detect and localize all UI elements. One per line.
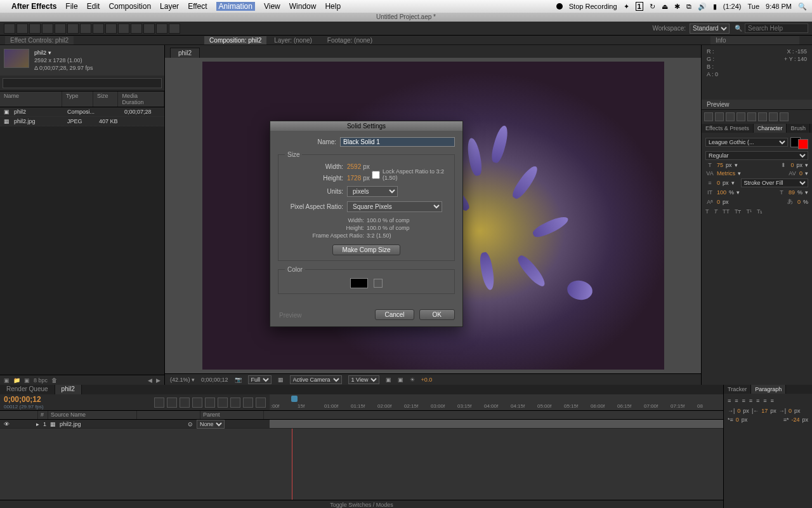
parent-pick-icon[interactable]: ⊙	[188, 421, 193, 427]
cancel-button[interactable]: Cancel	[375, 309, 414, 320]
workspace-select[interactable]: Standard	[690, 23, 730, 34]
color-swatch[interactable]	[350, 278, 368, 288]
eject-icon[interactable]: ⏏	[662, 3, 668, 11]
col-name[interactable]: Name	[0, 91, 62, 107]
ok-button[interactable]: OK	[419, 309, 455, 320]
hand-tool[interactable]	[16, 23, 28, 34]
bold-icon[interactable]: T	[705, 208, 709, 215]
layer-tab[interactable]: Layer: (none)	[274, 37, 311, 44]
justify-icon[interactable]: ≡	[756, 398, 759, 404]
menu-layer[interactable]: Layer	[160, 2, 179, 11]
project-thumbnail[interactable]	[4, 49, 29, 68]
font-style-select[interactable]: Regular	[705, 151, 808, 160]
units-select[interactable]: pixels	[347, 186, 398, 197]
camera-tool[interactable]	[55, 23, 66, 34]
effect-controls-tab[interactable]: Effect Controls: phil2	[5, 36, 74, 44]
vscale[interactable]: 100	[717, 189, 726, 196]
sync-icon[interactable]: ↻	[650, 3, 655, 11]
resolution-select[interactable]: Full	[248, 375, 272, 384]
bluetooth-icon[interactable]: ✱	[674, 3, 680, 11]
view-opt-icon[interactable]: ▣	[386, 377, 391, 383]
timeline-layer-row[interactable]: 👁 ▸ 1 ▦ phil2.jpg ⊙ None	[0, 420, 723, 429]
col-size[interactable]: Size	[93, 91, 118, 107]
rotate-tool[interactable]	[42, 23, 53, 34]
viewer-timecode[interactable]: 0;00;00;12	[201, 377, 228, 383]
width-value[interactable]: 2592	[347, 163, 361, 170]
comp-new-icon[interactable]: ▣	[24, 377, 30, 384]
wifi-icon[interactable]: ⧉	[686, 3, 691, 11]
timeline-comp-tab[interactable]: phil2	[55, 385, 82, 394]
col-media[interactable]: Media Duration	[118, 91, 164, 107]
ram-preview-icon[interactable]	[780, 112, 789, 121]
menu-effect[interactable]: Effect	[188, 2, 207, 11]
align-right-icon[interactable]: ≡	[742, 398, 745, 404]
footage-tab[interactable]: Footage: (none)	[327, 37, 372, 44]
align-center-icon[interactable]: ≡	[735, 398, 738, 404]
brush-tool[interactable]	[118, 23, 129, 34]
timeline-body[interactable]	[0, 429, 723, 500]
status-icon[interactable]: 1	[636, 2, 643, 11]
current-timecode[interactable]: 0;00;00;12	[4, 395, 44, 404]
justify-icon[interactable]: ≡	[749, 398, 752, 404]
scroll-right-icon[interactable]: ▶	[156, 377, 160, 384]
playhead[interactable]	[292, 429, 292, 500]
menu-help[interactable]: Help	[325, 2, 341, 11]
par-select[interactable]: Square Pixels	[347, 201, 442, 212]
project-search[interactable]	[3, 78, 162, 88]
allcaps-icon[interactable]: TT	[723, 208, 730, 215]
effects-presets-tab[interactable]: Effects & Presets	[702, 124, 754, 133]
tl-btn[interactable]	[218, 398, 228, 408]
tl-btn[interactable]	[192, 398, 202, 408]
font-select[interactable]: League Gothic (...	[705, 138, 788, 147]
render-queue-tab[interactable]: Render Queue	[0, 385, 55, 394]
composition-tab[interactable]: Composition: phil2	[204, 36, 266, 44]
col-parent[interactable]: Parent	[200, 411, 264, 419]
roto-tool[interactable]	[156, 23, 167, 34]
parent-select[interactable]: None	[197, 420, 225, 429]
tl-btn[interactable]	[205, 398, 215, 408]
menu-view[interactable]: View	[264, 2, 280, 11]
project-row[interactable]: ▦ phil2.jpg JPEG 407 KB	[0, 117, 164, 126]
stroke-swatch[interactable]	[798, 139, 808, 149]
zoom-tool[interactable]	[29, 23, 41, 34]
preview-title[interactable]: Preview	[702, 100, 812, 110]
spotlight-icon[interactable]: 🔍	[798, 3, 807, 11]
next-frame-icon[interactable]	[737, 112, 745, 121]
leading[interactable]: 0	[790, 162, 794, 168]
eraser-tool[interactable]	[143, 23, 155, 34]
superscript-icon[interactable]: T¹	[747, 208, 752, 215]
first-frame-icon[interactable]	[704, 112, 713, 121]
bpc-label[interactable]: 8 bpc	[34, 377, 48, 384]
play-icon[interactable]	[726, 112, 735, 121]
subscript-icon[interactable]: T₁	[757, 208, 763, 215]
view-opt-icon[interactable]: ▣	[398, 377, 403, 383]
volume-icon[interactable]: 🔊	[698, 3, 707, 11]
tl-btn[interactable]	[167, 398, 177, 408]
baseline[interactable]: 0	[717, 199, 720, 205]
battery-icon[interactable]: ▮	[713, 3, 717, 11]
zoom-select[interactable]: (42.1%) ▾	[170, 377, 195, 383]
height-value[interactable]: 1728	[347, 175, 361, 182]
exposure-icon[interactable]: ☀	[410, 377, 415, 383]
stop-recording[interactable]: Stop Recording	[569, 3, 617, 10]
menu-composition[interactable]: Composition	[108, 2, 151, 11]
solid-name-input[interactable]	[340, 137, 455, 147]
justify-icon[interactable]: ≡	[771, 398, 774, 404]
character-tab[interactable]: Character	[754, 124, 787, 133]
prev-frame-icon[interactable]	[715, 112, 724, 121]
menu-window[interactable]: Window	[289, 2, 317, 11]
folder-icon[interactable]: 📁	[13, 377, 20, 384]
info-tab[interactable]: Info	[710, 36, 799, 44]
shape-tool[interactable]	[80, 23, 91, 34]
mute-icon[interactable]	[769, 112, 778, 121]
last-frame-icon[interactable]	[747, 112, 756, 121]
menu-edit[interactable]: Edit	[87, 2, 100, 11]
type-tool[interactable]	[105, 23, 117, 34]
brushes-tab[interactable]: Brush	[787, 124, 810, 133]
exposure-value[interactable]: +0.0	[421, 377, 433, 383]
make-comp-size-button[interactable]: Make Comp Size	[332, 244, 400, 255]
scroll-left-icon[interactable]: ◀	[148, 377, 152, 384]
interpret-icon[interactable]: ▣	[4, 377, 10, 384]
smallcaps-icon[interactable]: Tᴛ	[735, 208, 742, 215]
pen-tool[interactable]	[93, 23, 104, 34]
